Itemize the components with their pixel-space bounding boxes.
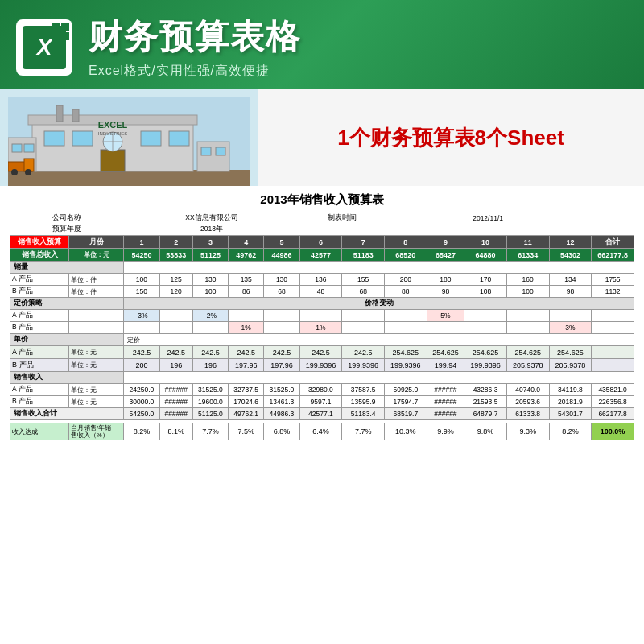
svg-text:INDUSTRIES: INDUSTRIES (98, 131, 127, 136)
sheet-info: 1个财务预算表8个Sheet (258, 89, 644, 186)
unit-price-header-row: 单价 定价 (10, 334, 634, 346)
product-b-rev-row: B 产品 单位：元 30000.0 ###### 19600.0 17024.6… (10, 396, 634, 408)
price-change-header-row: 定价策略 价格变动 (10, 298, 634, 310)
col-5: 5 (264, 236, 299, 249)
building-section: EXCEL INDUSTRIES 1个财务预算表8个Sheet (0, 89, 644, 186)
building-illustration: EXCEL INDUSTRIES (8, 97, 250, 186)
product-a-unit: 单位：件 (69, 274, 124, 286)
total-rev-m9: 65427 (427, 249, 464, 262)
total-rev-label: 销售总收入 (10, 249, 69, 262)
col-4: 4 (229, 236, 264, 249)
header-subtitle: Excel格式/实用性强/高效便捷 (89, 63, 628, 80)
excel-x-letter: X (37, 35, 52, 60)
total-rev-m11: 61334 (506, 249, 549, 262)
total-rev-sum-row: 销售收入合计 54250.0 ###### 51125.0 49762.1 44… (10, 408, 634, 420)
total-revenue-row: 销售总收入 单位：元 54250 53833 51125 49762 44986… (10, 249, 634, 262)
sheet-info-text: 1个财务预算表8个Sheet (337, 124, 564, 152)
product-b-qty-row: B 产品 单位：件 150 120 100 86 68 48 68 88 98 … (10, 286, 634, 298)
month-col-header: 月份 (69, 236, 124, 249)
total-rev-m2: 53833 (159, 249, 192, 262)
total-rev-m6: 42577 (299, 249, 342, 262)
budget-year-value: 2013年 (124, 224, 299, 236)
budget-table: 公司名称 XX信息有限公司 制表时间 2012/11/1 预算年度 2013年 … (10, 213, 634, 440)
make-time-value: 2012/11/1 (384, 213, 591, 224)
company-label: 公司名称 (10, 213, 124, 224)
price-change-label: 定价策略 (10, 298, 124, 310)
make-time-label: 制表时间 (299, 213, 384, 224)
header-title: 财务预算表格 (89, 14, 628, 60)
col-total: 合计 (592, 236, 634, 249)
sales-qty-header-row: 销量 (10, 262, 634, 274)
total-rev-m10: 64880 (464, 249, 507, 262)
svg-rect-15 (12, 144, 22, 152)
svg-rect-20 (56, 105, 63, 122)
sales-qty-label: 销量 (10, 262, 124, 274)
product-b-label: B 产品 (10, 286, 69, 298)
col-8: 8 (384, 236, 427, 249)
svg-rect-6 (141, 131, 161, 146)
product-a-price-change-row: A 产品 -3% -2% 5% (10, 310, 634, 322)
building-area: EXCEL INDUSTRIES (0, 89, 258, 186)
svg-rect-1 (8, 170, 250, 186)
total-rev-unit: 单位：元 (69, 249, 124, 262)
svg-rect-18 (201, 147, 211, 155)
info-row-year: 预算年度 2013年 (10, 224, 634, 236)
total-rev-m1: 54250 (124, 249, 159, 262)
svg-text:EXCEL: EXCEL (98, 120, 128, 130)
product-b-unit: 单位：件 (69, 286, 124, 298)
total-rev-m3: 51125 (192, 249, 228, 262)
company-value: XX信息有限公司 (124, 213, 299, 224)
header-section: X 财务预算表格 Excel格式/实用性强/高效便捷 (0, 0, 644, 89)
total-rev-total: 662177.8 (592, 249, 634, 262)
product-b-unit-price-row: B 产品 单位：元 200 196 196 197.96 197.96 199.… (10, 359, 634, 372)
col-7: 7 (342, 236, 385, 249)
svg-rect-7 (169, 131, 189, 146)
total-rev-m8: 68520 (384, 249, 427, 262)
col-2: 2 (159, 236, 192, 249)
product-a-rev-row: A 产品 单位：元 24250.0 ###### 31525.0 32737.5… (10, 384, 634, 396)
header-text: 财务预算表格 Excel格式/实用性强/高效便捷 (89, 14, 628, 80)
svg-rect-5 (72, 131, 93, 146)
total-rev-sum-label: 销售收入合计 (10, 408, 124, 420)
table-section: 2013年销售收入预算表 公司名称 XX信息有限公司 制表时间 2012/11/… (0, 186, 644, 444)
svg-rect-17 (197, 142, 229, 171)
excel-logo: X (16, 19, 72, 76)
col-12: 12 (549, 236, 592, 249)
svg-rect-8 (101, 150, 125, 171)
info-row-company: 公司名称 XX信息有限公司 制表时间 2012/11/1 (10, 213, 634, 224)
sales-revenue-section-label: 销售收入 (10, 372, 124, 384)
col-9: 9 (427, 236, 464, 249)
column-header-row: 销售收入预算 月份 1 2 3 4 5 6 7 8 9 10 11 12 合计 (10, 236, 634, 249)
svg-rect-19 (216, 147, 225, 155)
total-rev-m7: 51183 (342, 249, 385, 262)
svg-point-25 (25, 169, 31, 175)
income-rate-row: 收入达成 当月销售/年销售收入（%） 8.2% 8.1% 7.7% 7.5% 6… (10, 423, 634, 440)
svg-rect-16 (24, 144, 34, 152)
product-b-price-change-row: B 产品 1% 1% 3% (10, 322, 634, 334)
col-10: 10 (464, 236, 507, 249)
table-title: 2013年销售收入预算表 (10, 192, 634, 208)
product-a-unit-price-row: A 产品 单位：元 242.5 242.5 242.5 242.5 242.5 … (10, 346, 634, 359)
svg-rect-4 (44, 131, 64, 146)
sales-rev-header-row: 销售收入 (10, 372, 634, 384)
svg-rect-21 (72, 109, 79, 122)
total-rev-m5: 44986 (264, 249, 299, 262)
sales-revenue-label: 销售收入预算 (10, 236, 69, 249)
total-rev-m4: 49762 (229, 249, 264, 262)
col-3: 3 (192, 236, 228, 249)
product-a-label: A 产品 (10, 274, 69, 286)
col-6: 6 (299, 236, 342, 249)
unit-price-label: 单价 (10, 334, 124, 346)
product-a-qty-row: A 产品 单位：件 100 125 130 135 130 136 155 20… (10, 274, 634, 286)
svg-point-24 (11, 169, 18, 175)
total-rev-m12: 54302 (549, 249, 592, 262)
price-movement-label: 价格变动 (124, 298, 634, 310)
col-11: 11 (506, 236, 549, 249)
col-1: 1 (124, 236, 159, 249)
budget-year-label: 预算年度 (10, 224, 124, 236)
income-rate-label: 收入达成 (10, 423, 69, 440)
